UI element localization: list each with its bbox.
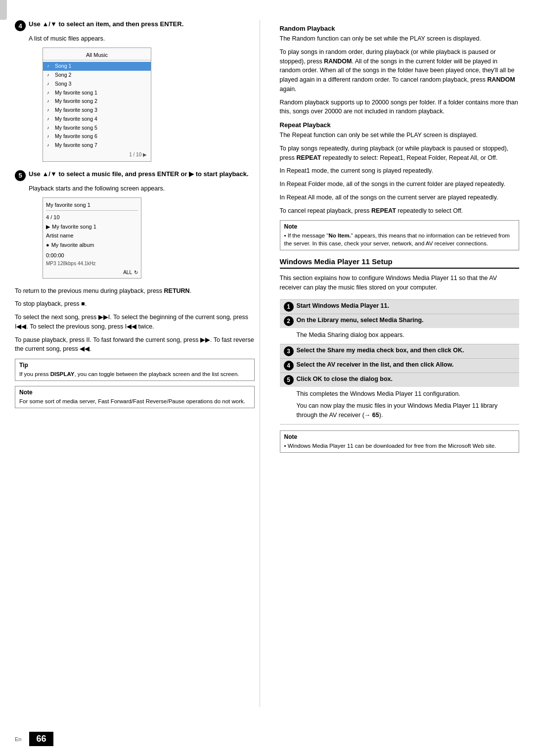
- wmp-step-3-number: 3: [284, 346, 294, 356]
- wmp-step-2-body: The Media Sharing dialog box appears.: [280, 328, 520, 344]
- playback-footer: ALL ↻: [46, 269, 138, 276]
- wmp-step-3-header: 3 Select the Share my media check box, a…: [280, 344, 520, 358]
- repeat-para5: In Repeat All mode, all of the songs on …: [280, 193, 520, 202]
- screen1-row-4-icon: ♪: [47, 90, 53, 96]
- random-para2: To play songs in random order, during pl…: [280, 47, 520, 94]
- note-title: Note: [19, 389, 250, 396]
- screen1-row-9-icon: ♪: [47, 133, 53, 140]
- page-number: 66: [29, 732, 53, 746]
- screen1-row-3-label: Song 3: [55, 80, 71, 88]
- wmp-step-3-title: Select the Share my media check box, and…: [297, 346, 464, 355]
- right-column: Random Playback The Random function can …: [275, 20, 520, 707]
- screen1-row-2: ♪ Song 2: [43, 71, 151, 80]
- footer-en-label: En: [15, 736, 21, 742]
- screen1-row-8-label: My favorite song 5: [55, 124, 97, 132]
- wmp-step-2-number: 2: [284, 316, 294, 326]
- wmp-step-5-para1: This completes the Windows Media Player …: [297, 389, 516, 399]
- wmp-step-4-container: 4 Select the AV receiver in the list, an…: [280, 358, 520, 373]
- wmp-step-2-container: 2 On the Library menu, select Media Shar…: [280, 314, 520, 344]
- playback-time: 0:00:00: [46, 251, 138, 260]
- note-box: Note For some sort of media server, Fast…: [15, 386, 255, 408]
- screen1-title: All Music: [43, 50, 151, 61]
- page-tab: [0, 0, 7, 20]
- screen1-row-6-label: My favorite song 3: [55, 106, 97, 114]
- screen1-row-9: ♪ My favorite song 6: [43, 132, 151, 141]
- screen1-row-9-label: My favorite song 6: [55, 133, 97, 141]
- wmp-step-5-title: Click OK to close the dialog box.: [297, 375, 393, 384]
- playback-artist: Artist name: [46, 231, 138, 240]
- step-5-body-text: Playback starts and the following screen…: [29, 184, 255, 193]
- left-column: 4 Use ▲/▼ to select an item, and then pr…: [15, 20, 260, 707]
- screen1-row-1-label: Song 1: [55, 62, 71, 70]
- page-footer: En 66: [0, 727, 534, 756]
- note-noitem-title: Note: [284, 223, 515, 230]
- screen1-row-7: ♪ My favorite song 4: [43, 115, 151, 124]
- wmp-step-4-title: Select the AV receiver in the list, and …: [297, 361, 454, 370]
- screen1-row-7-icon: ♪: [47, 116, 53, 123]
- step-5-title: Use ▲/▼ to select a music file, and pres…: [29, 170, 249, 179]
- note-content: For some sort of media server, Fast Forw…: [19, 397, 250, 405]
- tip-content: If you press DISPLAY, you can toggle bet…: [19, 370, 250, 378]
- repeat-para2: To play songs repeatedly, during playbac…: [280, 144, 520, 163]
- step-4-header: 4 Use ▲/▼ to select an item, and then pr…: [15, 20, 255, 31]
- note-wmp-title: Note: [284, 433, 515, 440]
- wmp-step-2-title: On the Library menu, select Media Sharin…: [297, 316, 424, 325]
- playback-album: ● My favorite album: [46, 240, 138, 250]
- para-stop: To stop playback, press ■.: [15, 299, 255, 309]
- screen1-row-7-label: My favorite song 4: [55, 115, 97, 123]
- screen-mockup-1: All Music ♪ Song 1 ♪ Song 2 ♪ Song 3 ♪: [43, 47, 151, 162]
- screen1-footer: 1 / 10 ▶: [43, 150, 151, 159]
- screen1-row-8: ♪ My favorite song 5: [43, 124, 151, 133]
- tip-title: Tip: [19, 362, 250, 369]
- wmp-step-5-para2: You can now play the music files in your…: [297, 401, 516, 420]
- wmp-step-2-header: 2 On the Library menu, select Media Shar…: [280, 314, 520, 328]
- playback-info: MP3 128kbps 44.1kHz: [46, 260, 138, 267]
- screen1-row-10: ♪ My favorite song 7: [43, 141, 151, 150]
- para-pause: To pause playback, press II. To fast for…: [15, 335, 255, 354]
- step-5-block: 5 Use ▲/▼ to select a music file, and pr…: [15, 170, 255, 279]
- random-para1: The Random function can only be set whil…: [280, 34, 520, 44]
- screen1-row-3: ♪ Song 3: [43, 80, 151, 89]
- wmp-step-1-container: 1 Start Windows Media Player 11.: [280, 299, 520, 314]
- para-next: To select the next song, press ▶▶I. To s…: [15, 313, 255, 331]
- playback-title: My favorite song 1: [46, 200, 138, 211]
- wmp-step-5-body: This completes the Windows Media Player …: [280, 387, 520, 424]
- repeat-playback-heading: Repeat Playback: [280, 121, 520, 129]
- screen1-row-2-icon: ♪: [47, 72, 53, 79]
- screen1-row-10-icon: ♪: [47, 142, 53, 149]
- wmp-step-5-container: 5 Click OK to close the dialog box. This…: [280, 373, 520, 425]
- random-playback-heading: Random Playback: [280, 25, 520, 32]
- repeat-para3: In Repeat1 mode, the current song is pla…: [280, 166, 520, 176]
- screen1-row-2-label: Song 2: [55, 71, 71, 79]
- playback-repeat-icon: ↻: [134, 269, 138, 276]
- step-4-block: 4 Use ▲/▼ to select an item, and then pr…: [15, 20, 255, 162]
- step-4-body-text: A list of music files appears.: [29, 34, 255, 44]
- wmp-step-5-header: 5 Click OK to close the dialog box.: [280, 373, 520, 387]
- wmp-section-intro: This section explains how to configure W…: [280, 274, 520, 292]
- playback-track-num: 4 / 10: [46, 213, 138, 222]
- wmp-step-1-header: 1 Start Windows Media Player 11.: [280, 300, 520, 314]
- screen1-row-1-icon: ♪: [47, 63, 53, 70]
- random-para3: Random playback supports up to 20000 son…: [280, 98, 520, 117]
- wmp-steps: 1 Start Windows Media Player 11. 2 On th…: [280, 299, 520, 425]
- playback-song: ▶ My favorite song 1: [46, 222, 138, 232]
- wmp-step-1-number: 1: [284, 302, 294, 312]
- screen1-row-4-label: My favorite song 1: [55, 89, 97, 97]
- screen1-row-5-label: My favorite song 2: [55, 97, 97, 105]
- screen1-row-6-icon: ♪: [47, 107, 53, 114]
- para-return: To return to the previous menu during pl…: [15, 286, 255, 296]
- wmp-step-1-title: Start Windows Media Player 11.: [297, 302, 389, 311]
- step-4-title: Use ▲/▼ to select an item, and then pres…: [29, 20, 183, 29]
- note-wmp-content: • Windows Media Player 11 can be downloa…: [284, 442, 515, 450]
- repeat-para4: In Repeat Folder mode, all of the songs …: [280, 180, 520, 189]
- step-5-number: 5: [15, 170, 26, 181]
- screen1-row-10-label: My favorite song 7: [55, 142, 97, 149]
- note-box-wmp: Note • Windows Media Player 11 can be do…: [280, 430, 520, 453]
- repeat-para1: The Repeat function can only be set whil…: [280, 131, 520, 140]
- screen1-row-6: ♪ My favorite song 3: [43, 106, 151, 115]
- wmp-section-heading: Windows Media Player 11 Setup: [280, 257, 520, 269]
- tip-box: Tip If you press DISPLAY, you can toggle…: [15, 359, 255, 381]
- screen1-row-1: ♪ Song 1: [43, 62, 151, 71]
- playback-screen: My favorite song 1 4 / 10 ▶ My favorite …: [43, 197, 141, 279]
- screen1-row-5-icon: ♪: [47, 98, 53, 105]
